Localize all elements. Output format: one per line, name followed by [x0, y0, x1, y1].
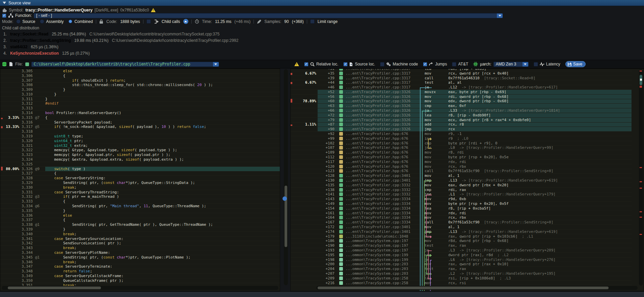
toggle-source-loc-[interactable]: Source loc. [343, 62, 375, 66]
source-line-row[interactable]: 3,308 std::this_thread::sleep_for( std::… [0, 83, 280, 87]
asm-row[interactable]: +72...ent\TracyProfiler.cpp:3326lear8, [… [291, 113, 632, 118]
source-line-row[interactable]: 3,340 break; [0, 232, 280, 237]
source-line-row[interactable]: 3,341 case ServerQuerySourceLocation: [0, 237, 280, 241]
child-calls-up-button[interactable] [183, 19, 188, 24]
asm-row[interactable]: +52...ent\TracyProfiler.cpp:3326movzxeax… [291, 90, 632, 94]
checkbox-icon[interactable] [343, 62, 348, 66]
asm-row[interactable]: 1.11%+87...ent\TracyProfiler.cpp:3326add… [291, 123, 632, 127]
source-line-row[interactable]: 3,337 { [0, 218, 280, 223]
asm-row[interactable]: +161...ent\TracyProfiler.cpp:3334movrdx,… [291, 211, 632, 216]
source-line-row[interactable]: 3,350 QueueCallstackFrame( ptr ); [0, 278, 280, 283]
source-line-row[interactable]: 3,318 [0, 129, 280, 134]
asm-row[interactable]: +128...ent\TracyProfiler.cpp:3401moval, … [291, 173, 632, 178]
source-line-row[interactable]: 3,305 else [0, 69, 280, 74]
asm-row[interactable]: +112...ent\TracyProfiler.hpp:676movbyte … [291, 155, 632, 160]
asm-row[interactable]: +92...ent\TracyProfiler.hpp:676movr9, -1 [291, 132, 632, 136]
checkbox-icon[interactable] [423, 62, 427, 66]
asm-row[interactable]: +164...ent\TracyProfiler.cpp:3334movrcx,… [291, 216, 632, 220]
checkbox-icon[interactable] [304, 62, 308, 66]
chevron-down-icon[interactable] [522, 62, 528, 66]
pane-splitter[interactable] [280, 69, 290, 291]
source-line-row[interactable]: 3,316 ServerQueryPacket payload; [0, 120, 280, 125]
assembly-hscrollbar[interactable] [316, 286, 638, 290]
asm-row[interactable]: +46...ent\TracyProfiler.cpp:3317je.L12 -… [291, 85, 632, 90]
source-line-row[interactable]: 80.00%3,326@9 switch( type ) [0, 167, 280, 171]
asm-row[interactable]: +174...ent\TracyProfiler.cpp:3401jmp.L13… [291, 230, 632, 234]
source-line-row[interactable]: 3,332@3 if( ptr == m_mainThread ) [0, 195, 280, 199]
asm-row[interactable]: +216...ommon\TracySystem.cpp:258movrcx, … [291, 281, 632, 286]
source-line-row[interactable]: 3.33%3,315@7{ [0, 115, 280, 120]
database-icon[interactable] [2, 62, 7, 67]
source-line-row[interactable]: 3,306 { [0, 74, 280, 78]
source-line-row[interactable]: 3,309 } [0, 87, 280, 92]
function-combo[interactable]: [ - self - ] [34, 13, 503, 18]
source-line-row[interactable]: 3,327 { [0, 171, 280, 176]
chevron-down-icon[interactable] [213, 62, 219, 66]
assembly-pane[interactable]: +31...ent\TracyProfiler.cpp:3317leardx, … [290, 69, 644, 291]
source-line-row[interactable]: 3,325 [0, 162, 280, 167]
mode-option-assembly[interactable]: Assembly [40, 19, 63, 24]
source-line-row[interactable]: 3,330 break; [0, 185, 280, 190]
source-line-row[interactable]: 3,324 memcpy( &extra, &payload.extra, si… [0, 157, 280, 162]
asm-row[interactable]: +193...ommon\TracySystem.cpp:197je.L3 ->… [291, 248, 632, 253]
source-line-row[interactable]: 3,333 { [0, 199, 280, 204]
source-line-row[interactable]: 3,335 } [0, 209, 280, 213]
asm-row[interactable]: +141...ent\TracyProfiler.cpp:3332jne.L1 … [291, 192, 632, 197]
toggle-machine-code[interactable]: Machine code [380, 62, 418, 66]
child-call-row[interactable]: 2.tracy::Profiler::SendLongString19.88 m… [0, 37, 644, 44]
source-vscrollbar[interactable] [284, 69, 288, 285]
asm-row[interactable]: +117...ent\TracyProfiler.hpp:676movrdx, … [291, 160, 632, 164]
source-line-row[interactable]: 3,336 else [0, 213, 280, 218]
asm-row[interactable]: +195...ommon\TracySystem.cpp:199cmpdword… [291, 253, 632, 258]
asm-row[interactable]: +190...ommon\TracySystem.cpp:197testrax,… [291, 243, 632, 248]
child-call-row[interactable]: 3.stat64i32625 µs (1.36%) [0, 44, 644, 50]
asm-row[interactable]: +39...ent\TracyProfiler.cpp:3317call0x7f… [291, 76, 632, 81]
source-line-row[interactable]: 3,310 } [0, 92, 280, 97]
asm-row[interactable]: +200...ommon\TracySystem.cpp:203movrax, … [291, 262, 632, 267]
save-button[interactable]: Save [565, 61, 586, 67]
asm-row[interactable]: 78.89%+60...ent\TracyProfiler.cpp:3326mo… [291, 99, 632, 104]
source-line-row[interactable]: 3,348 return false; [0, 269, 280, 274]
file-icon[interactable] [9, 62, 13, 66]
radio-icon[interactable] [40, 19, 44, 24]
source-line-row[interactable]: 3,321 uint32_t extra; [0, 143, 280, 148]
source-line-row[interactable]: 3,322 memcpy( &type, &payload.type, size… [0, 148, 280, 153]
asm-row[interactable]: +198...ommon\TracySystem.cpp:199je.L6 ->… [291, 258, 632, 262]
asm-row[interactable]: +102...ent\TracyProfiler.hpp:676cmpbyte … [291, 141, 632, 146]
asm-row[interactable]: +172...ent\TracyProfiler.cpp:3401moval, … [291, 225, 632, 230]
assembly-vscroll-thumb[interactable] [640, 75, 642, 85]
asm-row[interactable]: +149...ent\TracyProfiler.cpp:3334movbyte… [291, 201, 632, 206]
child-call-row[interactable]: 4.KeSynchronizeExecution125 µs (0.27%) [0, 50, 644, 57]
source-line-row[interactable]: 3,312#endif [0, 102, 280, 106]
asm-row[interactable]: +135...ent\TracyProfiler.cpp:3332moveax,… [291, 183, 632, 188]
source-line-row[interactable]: 3,338@1 SendString( ptr, GetThreadName( … [0, 222, 280, 227]
asm-row[interactable]: +90...ent\TracyProfiler.cpp:3326jmprcx [291, 127, 632, 132]
source-line-row[interactable]: 3,347 case ServerQueryTerminate: [0, 264, 280, 269]
source-line-row[interactable]: 3,345@1 SendString( ptr, (const char*)pt… [0, 255, 280, 260]
latency-checkbox[interactable] [534, 62, 538, 66]
source-line-row[interactable]: 3,342 SendSourceLocation( ptr ); [0, 241, 280, 246]
asm-row[interactable]: +31...ent\TracyProfiler.cpp:3317leardx, … [291, 69, 632, 71]
source-line-row[interactable]: 3,313 [0, 106, 280, 111]
source-line-row[interactable]: 3,346 break; [0, 260, 280, 265]
source-line-row[interactable]: 3,307 if( shouldExit ) return; [0, 78, 280, 83]
asm-row[interactable]: +99...ent\TracyProfiler.hpp:676incr9 ; .… [291, 136, 632, 141]
source-line-row[interactable]: 3,339 } [0, 227, 280, 232]
mode-option-source[interactable]: Source [16, 19, 35, 24]
source-hscrollbar[interactable] [2, 286, 278, 290]
asm-row[interactable]: +138...ent\TracyProfiler.cpp:3332cmprdi,… [291, 188, 632, 192]
toggle-relative-loc-[interactable]: Relative loc. [304, 62, 338, 66]
asm-row[interactable]: 6.67%+44...ent\TracyProfiler.cpp:3317tes… [291, 80, 632, 85]
asm-row[interactable]: +66...ent\TracyProfiler.cpp:3326ja.L33 -… [291, 108, 632, 113]
radio-icon[interactable] [16, 19, 21, 24]
mode-option-combined[interactable]: Combined [68, 19, 93, 24]
asm-row[interactable]: +56...ent\TracyProfiler.cpp:3326movrdi, … [291, 94, 632, 99]
asm-row[interactable]: +186...ommon\TracySystem.cpp:197movr8d, … [291, 239, 632, 243]
asm-row[interactable]: +107...ent\TracyProfiler.hpp:676jne.L0 -… [291, 146, 632, 151]
source-line-row[interactable]: 3,328 case ServerQueryString: [0, 176, 280, 181]
asm-row[interactable]: +204...ommon\TracySystem.cpp:203testrax,… [291, 267, 632, 271]
checkbox-icon[interactable] [452, 62, 456, 66]
asm-row[interactable]: +209...ommon\TracySystem.cpp:258learsi, … [291, 276, 632, 281]
asm-row[interactable]: +130...ent\TracyProfiler.cpp:3401jmp.L13… [291, 178, 632, 183]
asm-row[interactable]: +79...ent\TracyProfiler.cpp:3326movecx, … [291, 118, 632, 123]
